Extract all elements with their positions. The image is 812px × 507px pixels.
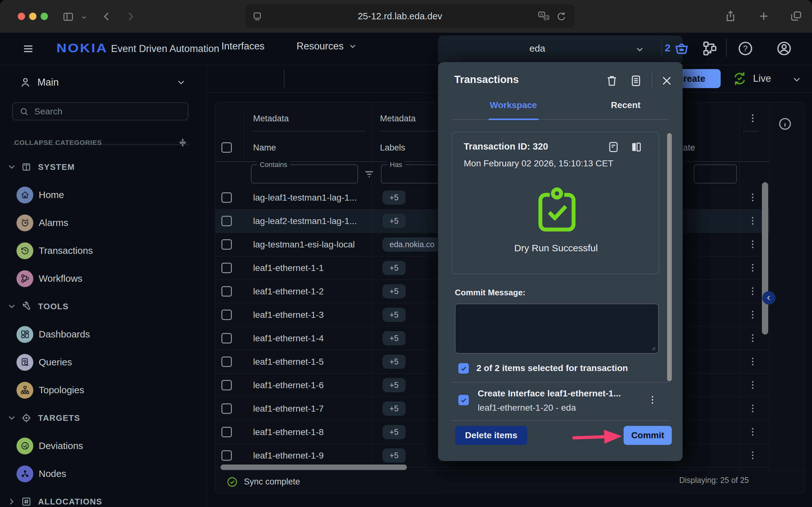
chevron-down-icon[interactable] [7, 413, 16, 423]
row-menu-kebab-icon[interactable] [747, 450, 758, 461]
chevron-down-icon[interactable] [7, 162, 16, 172]
labels-badge[interactable]: +5 [383, 261, 406, 275]
sidebar-item-topologies[interactable]: Topologies [0, 376, 206, 404]
row-menu-kebab-icon[interactable] [747, 426, 758, 438]
tab-interfaces[interactable]: Interfaces [221, 33, 264, 60]
item-checkbox[interactable] [458, 395, 469, 405]
sidebar-item-deviations[interactable]: Deviations [0, 432, 206, 460]
tab-overview-icon[interactable] [790, 10, 803, 22]
delete-items-button[interactable]: Delete items [455, 426, 527, 445]
sidebar-category-system[interactable]: SYSTEM [0, 153, 206, 181]
reload-icon[interactable] [556, 11, 567, 22]
sidebar-item-transactions[interactable]: Transactions [0, 237, 206, 265]
info-icon[interactable] [777, 116, 793, 131]
labels-badge[interactable]: +5 [383, 425, 406, 439]
chevron-down-icon[interactable] [792, 74, 802, 85]
row-menu-kebab-icon[interactable] [747, 192, 758, 203]
row-menu-kebab-icon[interactable] [747, 379, 758, 391]
sidebar-item-workflows[interactable]: Workflows [0, 265, 206, 292]
horizontal-scrollbar[interactable] [220, 464, 407, 470]
minimize-window-button[interactable] [29, 13, 37, 20]
row-menu-kebab-icon[interactable] [747, 215, 758, 227]
translate-icon[interactable]: A [537, 10, 551, 23]
labels-badge[interactable]: +5 [383, 190, 406, 205]
close-icon[interactable] [660, 74, 673, 88]
row-menu-kebab-icon[interactable] [747, 403, 758, 414]
chevron-down-icon[interactable] [7, 302, 16, 311]
labels-badge[interactable]: +5 [383, 308, 406, 322]
row-menu-kebab-icon[interactable] [747, 262, 758, 274]
chevron-down-icon[interactable] [635, 44, 645, 55]
new-tab-icon[interactable] [757, 10, 770, 22]
row-checkbox[interactable] [221, 286, 232, 297]
tab-resources[interactable]: Resources [297, 33, 357, 60]
filter-icon[interactable] [363, 168, 375, 180]
select-all-checkbox[interactable] [221, 142, 232, 153]
forward-button[interactable] [124, 10, 136, 22]
row-menu-kebab-icon[interactable] [747, 356, 758, 367]
sidebar-category-targets[interactable]: TARGETS [0, 404, 206, 432]
row-checkbox[interactable] [221, 450, 232, 461]
vertical-scrollbar[interactable] [762, 182, 768, 335]
row-checkbox[interactable] [221, 356, 232, 367]
tab-recent[interactable]: Recent [611, 100, 641, 110]
commit-message-textarea[interactable] [455, 303, 659, 354]
menu-icon[interactable] [21, 42, 35, 55]
diff-view-icon[interactable] [630, 141, 643, 153]
topology-flow-icon[interactable] [701, 40, 719, 57]
row-checkbox[interactable] [221, 403, 232, 414]
sidebar-item-dashboards[interactable]: Dashboards [0, 320, 206, 348]
row-checkbox[interactable] [221, 216, 232, 226]
row-checkbox[interactable] [221, 309, 232, 320]
column-menu-kebab-icon[interactable] [747, 112, 758, 124]
context-selector[interactable]: Main [0, 73, 206, 92]
collapse-panel-button[interactable] [762, 291, 775, 304]
panel-scrollbar[interactable] [667, 133, 672, 381]
select-all-items-checkbox[interactable] [458, 363, 469, 374]
namespace-select[interactable]: eda [529, 43, 545, 54]
basket-icon[interactable] [673, 40, 690, 57]
commit-button[interactable]: Commit [623, 426, 672, 445]
labels-badge[interactable]: +5 [383, 401, 406, 416]
search-input[interactable]: Search [12, 102, 189, 120]
transaction-note-icon[interactable] [607, 141, 620, 153]
row-checkbox[interactable] [221, 263, 232, 273]
state-filter-input[interactable] [694, 164, 737, 183]
resize-handle-icon[interactable] [649, 344, 656, 351]
close-window-button[interactable] [18, 13, 25, 20]
labels-badge[interactable]: +5 [383, 214, 406, 228]
live-toggle[interactable]: Live [731, 69, 771, 89]
row-checkbox[interactable] [221, 427, 232, 437]
row-menu-kebab-icon[interactable] [747, 239, 758, 250]
transaction-log-icon[interactable] [629, 74, 643, 88]
zoom-window-button[interactable] [41, 13, 48, 20]
chevron-right-icon[interactable] [7, 497, 16, 506]
trash-icon[interactable] [605, 74, 618, 88]
row-menu-kebab-icon[interactable] [747, 309, 758, 320]
row-checkbox[interactable] [221, 239, 232, 250]
labels-badge[interactable]: +5 [383, 284, 406, 298]
collapse-categories[interactable]: COLLAPSE CATEGORIES [0, 133, 206, 152]
share-icon[interactable] [724, 10, 737, 22]
url-bar[interactable]: 25-12.rd.lab.eda.dev A [245, 4, 575, 29]
sidebar-item-queries[interactable]: Queries [0, 348, 206, 376]
transaction-count-badge[interactable]: 2 [665, 42, 670, 54]
item-menu-kebab-icon[interactable] [647, 394, 658, 406]
row-checkbox[interactable] [221, 380, 232, 390]
sidebar-item-alarms[interactable]: Alarms [0, 209, 206, 237]
sidebar-item-nodes[interactable]: Nodes [0, 460, 206, 488]
sidebar-category-tools[interactable]: TOOLS [0, 292, 206, 320]
help-icon[interactable]: ? [737, 40, 754, 57]
browser-sidebar-icon[interactable] [62, 11, 74, 23]
row-menu-kebab-icon[interactable] [747, 332, 758, 344]
tab-workspace[interactable]: Workspace [490, 100, 537, 110]
row-checkbox[interactable] [221, 333, 232, 343]
sidebar-item-home[interactable]: Home [0, 181, 206, 209]
labels-badge[interactable]: eda.nokia.co [383, 237, 442, 251]
labels-badge[interactable]: +5 [383, 378, 406, 392]
user-account-icon[interactable] [775, 40, 793, 57]
sidebar-category-allocations[interactable]: ALLOCATIONS [0, 488, 206, 507]
labels-badge[interactable]: +5 [383, 448, 406, 463]
name-filter-input[interactable]: Contains [251, 164, 358, 183]
labels-badge[interactable]: +5 [383, 354, 406, 369]
